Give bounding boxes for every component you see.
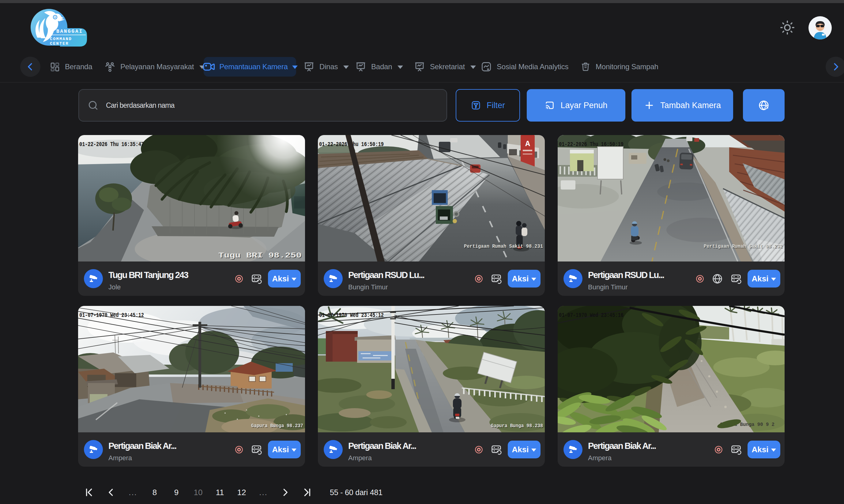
svg-text:01-07-1970 Wed 23:45:12: 01-07-1970 Wed 23:45:12 [79, 312, 144, 319]
svg-text:COMMAND: COMMAND [50, 37, 72, 41]
svg-text:CENTER: CENTER [50, 41, 69, 46]
svg-text:Gapura Bunga 98.238: Gapura Bunga 98.238 [491, 423, 543, 429]
svg-text:01-07-1970 Wed 23:45:16: 01-07-1970 Wed 23:45:16 [559, 312, 624, 319]
svg-text:01-22-2026 Thu 16:50:19: 01-22-2026 Thu 16:50:19 [559, 141, 624, 148]
svg-text:BANGGAI: BANGGAI [56, 29, 83, 34]
svg-text:Tugu BRI 98.250: Tugu BRI 98.250 [218, 252, 302, 260]
svg-text:Pertigaan Rumah Sakit 98.231: Pertigaan Rumah Sakit 98.231 [464, 244, 543, 249]
svg-text:01-07-1970 Wed 23:45:12: 01-07-1970 Wed 23:45:12 [319, 312, 384, 319]
svg-text:01-22-2026 Thu 16:35:47: 01-22-2026 Thu 16:35:47 [79, 141, 144, 148]
svg-text:Gapura Bunga 98.237: Gapura Bunga 98.237 [251, 423, 303, 429]
svg-text:A: A [525, 139, 530, 148]
svg-text:Pertigaan Rumah Sakit 98.232: Pertigaan Rumah Sakit 98.232 [704, 244, 783, 249]
